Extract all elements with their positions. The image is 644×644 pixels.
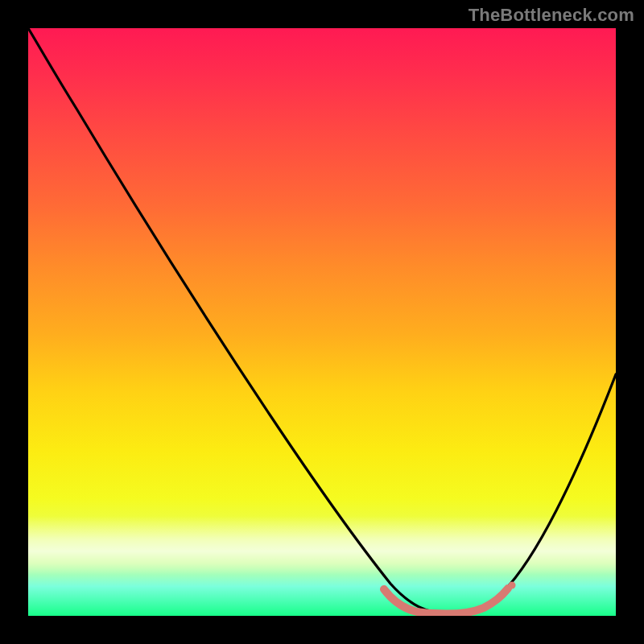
bottleneck-valley-highlight-path [384, 588, 508, 614]
chart-plot-area [28, 28, 616, 616]
valley-end-dot [509, 582, 516, 589]
chart-svg [28, 28, 616, 616]
watermark-text: TheBottleneck.com [469, 5, 634, 26]
bottleneck-curve-path [28, 28, 616, 613]
